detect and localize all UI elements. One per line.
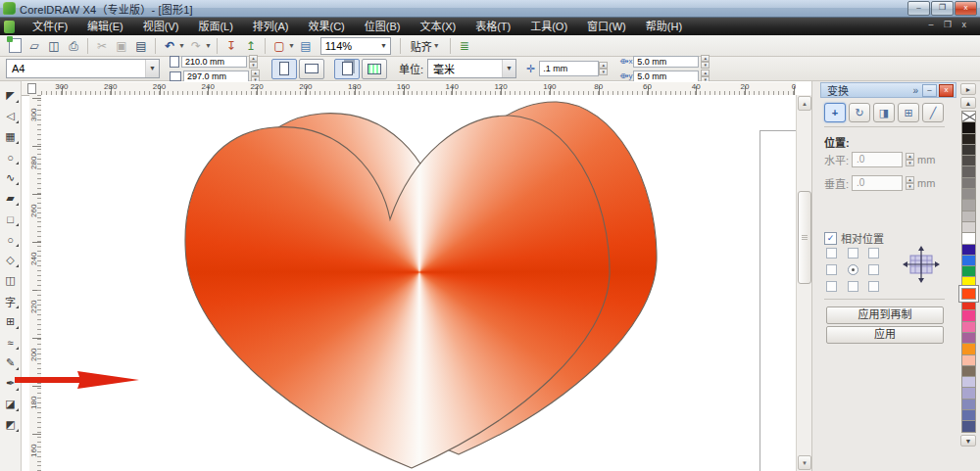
palette-scroll-up-icon[interactable]: ▲ — [960, 97, 976, 109]
welcome-screen-icon[interactable]: ▤ — [297, 37, 315, 54]
horizontal-spinner[interactable]: ▴▾ — [906, 153, 914, 166]
toolbox-tool[interactable]: ◤ — [2, 87, 20, 104]
scrollbar-thumb[interactable] — [798, 191, 811, 284]
menu-item[interactable]: 版面(L) — [188, 18, 242, 35]
landscape-button[interactable] — [299, 59, 324, 79]
vertical-field[interactable]: .0 — [852, 175, 903, 191]
menu-item[interactable]: 窗口(W) — [577, 18, 636, 35]
anchor-checkbox[interactable] — [868, 264, 879, 275]
menu-item[interactable]: 文件(F) — [23, 18, 77, 35]
toolbox-tool[interactable]: ≈ — [2, 334, 20, 351]
anchor-checkbox[interactable] — [826, 264, 837, 275]
docker-close-button[interactable]: x — [939, 84, 954, 97]
anchor-checkbox[interactable] — [848, 281, 858, 292]
open-icon[interactable]: ▱ — [25, 37, 43, 54]
all-pages-button[interactable] — [334, 59, 360, 79]
duplicate-x-spinner[interactable]: ▴▾ — [701, 55, 710, 69]
menu-item[interactable]: 编辑(E) — [77, 18, 133, 35]
transform-mode-button[interactable]: + — [824, 103, 846, 122]
redo-icon[interactable]: ↷ — [187, 37, 205, 54]
toolbox-tool[interactable]: ○ — [2, 231, 20, 248]
nudge-offset-field[interactable]: .1 mm — [539, 61, 599, 76]
toolbox-tool[interactable]: ◪ — [2, 396, 20, 412]
drawing-canvas[interactable] — [41, 95, 796, 471]
apply-to-duplicate-button[interactable]: 应用到再制 — [826, 306, 944, 324]
toolbox-tool[interactable]: ⊞ — [2, 313, 20, 330]
palette-flyout-icon[interactable]: ► — [960, 83, 976, 95]
vertical-scrollbar[interactable]: ▲ ▼ — [796, 95, 812, 471]
relative-position-checkbox[interactable]: ✓ — [824, 232, 837, 245]
docker-expand-icon[interactable]: » — [912, 85, 918, 96]
toolbox-tool[interactable]: ▰ — [2, 190, 20, 207]
anchor-center-radio[interactable] — [848, 264, 858, 275]
paste-icon[interactable]: ▤ — [132, 37, 150, 54]
menu-item[interactable]: 排列(A) — [243, 18, 299, 35]
anchor-checkbox[interactable] — [848, 248, 858, 259]
launcher-dropdown-icon[interactable]: ▼ — [288, 42, 295, 49]
palette-scroll-down-icon[interactable]: ▼ — [960, 435, 976, 447]
cut-icon[interactable]: ✂ — [93, 37, 111, 54]
heart-shape-front[interactable] — [41, 95, 796, 471]
application-launcher-icon[interactable]: ▢ — [270, 37, 288, 54]
menu-item[interactable]: 位图(B) — [355, 18, 411, 35]
redo-dropdown-icon[interactable]: ▼ — [205, 42, 212, 49]
menu-item[interactable]: 文本(X) — [410, 18, 466, 35]
toolbox-tool[interactable]: ◫ — [2, 272, 20, 289]
anchor-checkbox[interactable] — [826, 248, 837, 259]
menu-item[interactable]: 视图(V) — [133, 18, 189, 35]
zoom-level-combo[interactable]: 114% ▼ — [320, 37, 391, 55]
transform-mode-button[interactable]: ╱ — [922, 103, 944, 122]
paper-height-field[interactable]: 297.0 mm — [183, 71, 249, 82]
undo-icon[interactable]: ↶ — [161, 37, 178, 54]
import-icon[interactable]: ↧ — [222, 37, 240, 54]
maximize-button[interactable]: ❐ — [931, 1, 954, 16]
menu-item[interactable]: 帮助(H) — [636, 18, 692, 35]
toolbox-tool[interactable]: ∿ — [2, 169, 20, 186]
toolbox-tool[interactable]: ○ — [2, 149, 20, 165]
palette-swatch[interactable] — [961, 420, 976, 432]
ruler-origin-button[interactable] — [22, 82, 41, 96]
menu-item[interactable]: 表格(T) — [466, 18, 520, 35]
nudge-spinner[interactable]: ▴▾ — [599, 62, 608, 75]
copy-icon[interactable]: ▣ — [113, 37, 130, 54]
snap-to-button[interactable]: 贴齐 ▼ — [406, 38, 445, 54]
horizontal-field[interactable]: .0 — [852, 152, 903, 167]
scroll-down-icon[interactable]: ▼ — [798, 455, 811, 470]
vertical-spinner[interactable]: ▴▾ — [906, 176, 914, 190]
menu-item[interactable]: 效果(C) — [299, 18, 355, 35]
units-combo[interactable]: 毫米 ▼ — [427, 59, 516, 78]
toolbox-tool[interactable]: ▦ — [2, 128, 20, 145]
duplicate-y-field[interactable]: 5.0 mm — [633, 71, 699, 82]
toolbox-tool[interactable]: ◩ — [2, 416, 20, 433]
anchor-checkbox[interactable] — [868, 281, 879, 292]
print-icon[interactable]: ⎙ — [65, 37, 82, 54]
minimize-button[interactable]: – — [907, 1, 930, 16]
transform-mode-button[interactable]: ◨ — [873, 103, 895, 122]
duplicate-x-field[interactable]: 5.0 mm — [633, 56, 699, 68]
horizontal-ruler[interactable]: 3002802602402202001801601401201008060402… — [41, 82, 796, 96]
transform-mode-button[interactable]: ↻ — [849, 103, 870, 122]
apply-button[interactable]: 应用 — [826, 326, 944, 344]
close-button[interactable]: x — [955, 1, 977, 16]
portrait-button[interactable] — [271, 59, 297, 79]
export-icon[interactable]: ↥ — [242, 37, 260, 54]
menu-item[interactable]: 工具(O) — [520, 18, 577, 35]
document-window-controls[interactable]: – ❐ x — [928, 20, 976, 29]
options-icon[interactable]: ≣ — [456, 37, 473, 54]
scroll-up-icon[interactable]: ▲ — [798, 96, 811, 111]
save-icon[interactable]: ◫ — [45, 37, 63, 54]
toolbox-tool[interactable]: ◁ — [2, 108, 20, 124]
anchor-checkbox[interactable] — [826, 281, 837, 292]
docker-minimize-button[interactable]: – — [922, 84, 937, 97]
transform-mode-button[interactable]: ⊞ — [898, 103, 919, 122]
palette-swatch[interactable] — [961, 288, 976, 300]
toolbox-tool[interactable]: ◇ — [2, 252, 20, 268]
paper-width-spinner[interactable]: ▴▾ — [249, 55, 258, 69]
current-page-button[interactable] — [362, 59, 387, 79]
toolbox-tool[interactable]: ✎ — [2, 354, 20, 371]
anchor-point-grid[interactable] — [826, 248, 881, 292]
paper-width-field[interactable]: 210.0 mm — [181, 56, 247, 68]
paper-type-combo[interactable]: A4 ▼ — [6, 59, 160, 78]
new-document-icon[interactable] — [6, 37, 24, 54]
palette-swatch[interactable] — [961, 111, 976, 122]
